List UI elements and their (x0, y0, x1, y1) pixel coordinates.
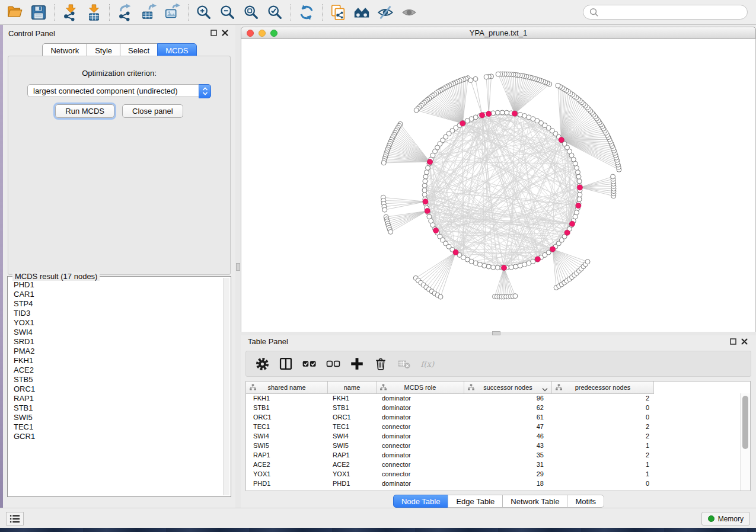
table-scrollbar[interactable] (740, 393, 750, 491)
graph-node[interactable] (426, 165, 430, 170)
save-session-button[interactable] (28, 2, 49, 23)
mcds-result-item[interactable]: TEC1 (14, 422, 223, 432)
control-tab-network[interactable]: Network (42, 43, 87, 57)
add-column-button[interactable] (349, 355, 365, 372)
graph-hub-node[interactable] (512, 111, 517, 116)
table-tab-edge-table[interactable]: Edge Table (448, 495, 503, 508)
graph-node[interactable] (473, 76, 478, 81)
graph-node[interactable] (382, 207, 387, 212)
horizontal-split-handle[interactable] (492, 331, 500, 335)
graph-hub-node[interactable] (576, 203, 581, 209)
table-row[interactable]: ORC1ORC1dominator610 (246, 412, 741, 422)
export-network-button[interactable] (115, 2, 135, 23)
table-row[interactable]: YOX1YOX1connector291 (246, 469, 741, 479)
mcds-result-item[interactable]: GCR1 (14, 432, 223, 441)
graph-node[interactable] (482, 263, 487, 268)
table-row[interactable]: ACE2ACE2connector311 (246, 460, 741, 469)
graph-node[interactable] (496, 72, 500, 76)
table-tab-node-table[interactable]: Node Table (393, 495, 449, 508)
mcds-result-item[interactable]: STP4 (14, 299, 223, 309)
mcds-result-item[interactable]: SWI5 (14, 413, 223, 422)
graph-hub-node[interactable] (486, 111, 492, 116)
graph-node[interactable] (513, 294, 518, 299)
column-header-successor-nodes[interactable]: successor nodes (464, 382, 552, 393)
table-settings-button[interactable] (254, 355, 270, 372)
table-row[interactable]: FKH1FKH1dominator962 (246, 393, 741, 403)
mcds-result-item[interactable]: YOX1 (14, 318, 223, 328)
network-window-titlebar[interactable]: YPA_prune.txt_1 (241, 27, 756, 39)
graph-hub-node[interactable] (423, 199, 428, 204)
zoom-fit-button[interactable] (241, 2, 261, 23)
graph-node[interactable] (422, 183, 427, 188)
control-tab-style[interactable]: Style (87, 43, 120, 57)
graph-node[interactable] (468, 78, 473, 82)
graph-hub-node[interactable] (564, 230, 570, 235)
table-row[interactable]: SWI4SWI4dominator462 (246, 431, 741, 441)
table-row[interactable]: PHD1PHD1dominator180 (246, 479, 741, 488)
column-header-mcds-role[interactable]: MCDS role (377, 382, 464, 393)
graph-node[interactable] (477, 262, 482, 267)
graph-node[interactable] (577, 179, 582, 184)
zoom-selected-button[interactable] (265, 2, 285, 23)
control-tab-mcds[interactable]: MCDS (157, 43, 196, 57)
task-history-button[interactable] (6, 512, 24, 525)
table-tab-motifs[interactable]: Motifs (567, 495, 604, 508)
select-all-button[interactable] (301, 355, 318, 372)
graph-node[interactable] (577, 197, 582, 201)
open-file-button[interactable] (5, 2, 25, 23)
graph-node[interactable] (500, 110, 505, 115)
close-panel-button[interactable]: Close panel (122, 104, 183, 118)
graph-hub-node[interactable] (569, 221, 575, 226)
control-tab-select[interactable]: Select (120, 43, 158, 57)
graph-node[interactable] (423, 179, 428, 184)
graph-node[interactable] (556, 83, 560, 88)
mcds-result-item[interactable]: RAP1 (14, 394, 223, 403)
graph-hub-node[interactable] (501, 265, 506, 270)
graph-node[interactable] (575, 170, 580, 175)
float-panel-icon[interactable] (210, 30, 217, 36)
refresh-button[interactable] (296, 2, 317, 23)
close-window-icon[interactable] (247, 30, 254, 37)
criterion-dropdown[interactable]: largest connected component (undirected) (27, 84, 211, 97)
graph-node[interactable] (509, 265, 513, 270)
network-canvas[interactable] (241, 39, 756, 332)
graph-node[interactable] (585, 259, 590, 264)
mcds-result-item[interactable]: PMA2 (14, 347, 223, 356)
search-input[interactable] (599, 8, 742, 17)
clone-network-button[interactable] (328, 2, 348, 23)
table-tab-network-table[interactable]: Network Table (502, 495, 567, 508)
deselect-all-button[interactable] (325, 355, 342, 372)
mcds-result-item[interactable]: STB5 (14, 375, 223, 384)
column-header-predecessor-nodes[interactable]: predecessor nodes (552, 382, 654, 393)
table-row[interactable]: TEC1TEC1connector472 (246, 422, 741, 431)
graph-node[interactable] (578, 193, 582, 197)
graph-hub-node[interactable] (425, 208, 430, 213)
minimize-window-icon[interactable] (259, 30, 266, 37)
mcds-result-item[interactable]: ACE2 (14, 366, 223, 375)
mcds-result-item[interactable]: STB1 (14, 403, 223, 413)
table-row[interactable]: STB1STB1dominator620 (246, 403, 741, 412)
graph-node[interactable] (388, 229, 393, 234)
memory-button[interactable]: Memory (701, 512, 750, 525)
show-columns-button[interactable] (277, 355, 294, 372)
graph-hub-node[interactable] (460, 121, 465, 126)
graph-node[interactable] (438, 294, 443, 299)
table-row[interactable]: RAP1RAP1dominator352 (246, 450, 741, 460)
graph-node[interactable] (422, 193, 427, 197)
graph-node[interactable] (574, 210, 579, 215)
import-network-button[interactable] (60, 2, 80, 23)
graph-node[interactable] (422, 188, 427, 193)
zoom-out-button[interactable] (218, 2, 238, 23)
graph-node[interactable] (484, 75, 489, 79)
delete-table-button[interactable] (396, 355, 413, 372)
column-header-shared-name[interactable]: shared name (246, 382, 328, 393)
run-mcds-button[interactable]: Run MCDS (55, 104, 114, 118)
zoom-in-button[interactable] (194, 2, 214, 23)
graph-hub-node[interactable] (433, 227, 438, 233)
close-panel-icon[interactable] (222, 30, 228, 36)
maximize-window-icon[interactable] (270, 30, 277, 37)
mcds-result-item[interactable]: SWI4 (14, 328, 223, 337)
graph-node[interactable] (576, 174, 581, 179)
graph-hub-node[interactable] (535, 257, 540, 262)
graph-node[interactable] (381, 161, 386, 165)
